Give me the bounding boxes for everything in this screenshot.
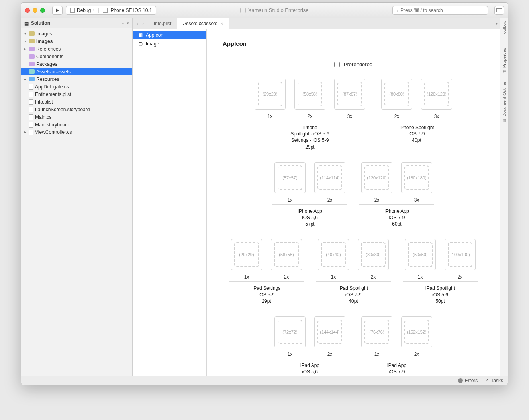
pane-close-icon[interactable]: × [126, 20, 129, 26]
icon-well[interactable]: (80x80) [358, 239, 389, 270]
status-errors[interactable]: Errors [458, 378, 478, 383]
group-title: iPad SpotlightiOS 7-940pt [339, 285, 368, 304]
icon-placeholder: (58x58) [298, 82, 322, 106]
icon-well[interactable]: (100x100) [445, 239, 476, 270]
tree-infoplist[interactable]: Info.plist [21, 98, 132, 106]
rail-document-outline[interactable]: ▥Document Outline [502, 82, 507, 124]
device-label: iPhone SE iOS 10.1 [110, 8, 152, 13]
prerendered-checkbox[interactable] [334, 62, 340, 67]
file-icon [29, 92, 33, 97]
icon-placeholder: (29x29) [258, 82, 282, 106]
icon-well[interactable]: (144x144) [314, 316, 345, 347]
prerendered-label: Prerendered [344, 61, 372, 67]
tree-appdelegate[interactable]: AppDelegate.cs [21, 83, 132, 90]
tree-packages[interactable]: Packages [21, 60, 132, 68]
icon-well[interactable]: (57x57) [274, 162, 306, 193]
close-tab-icon[interactable]: × [220, 21, 223, 26]
icon-well[interactable]: (152x152) [401, 316, 432, 347]
icon-well[interactable]: (80x80) [381, 79, 412, 110]
tree-resources[interactable]: ▸Resources [21, 75, 132, 83]
rail-properties[interactable]: ▤Properties [502, 48, 507, 75]
right-rail: TToolbox ▤Properties ▥Document Outline [500, 18, 508, 376]
icon-well[interactable]: (114x114) [314, 162, 345, 193]
icon-well[interactable]: (29x29) [255, 79, 286, 110]
tree-viewcontroller[interactable]: ▸ViewController.cs [21, 128, 132, 136]
icon-well[interactable]: (29x29) [231, 239, 262, 270]
zoom-window-icon[interactable] [40, 8, 45, 13]
icon-placeholder: (80x80) [361, 242, 386, 267]
run-configuration[interactable]: Debug› iPhone SE iOS 10.1 [66, 6, 156, 15]
icon-group: (80x80)2x(120x120)3xiPhone SpotlightiOS … [379, 79, 454, 150]
icon-well[interactable]: (58x58) [294, 79, 325, 110]
run-button[interactable] [52, 6, 63, 15]
group-title: iPad SpotlightiOS 5,650pt [425, 285, 455, 304]
app-title: Xamarin Studio Enterprise [159, 7, 389, 13]
scale-label: 1x [374, 351, 380, 357]
status-tasks[interactable]: ✓Tasks [485, 378, 503, 383]
solution-icon: ▤ [24, 20, 29, 26]
image-icon: ▢ [138, 41, 143, 47]
scale-label: 2x [414, 351, 419, 357]
icon-well[interactable]: (50x50) [405, 239, 436, 270]
asset-catalog-list: ▣AppIcon ▢Image [133, 29, 207, 376]
tree-references[interactable]: ▸References [21, 45, 132, 53]
global-search[interactable]: ⌕ [392, 6, 488, 15]
tree-solution-root[interactable]: ▾Images [21, 30, 132, 37]
icon-group: (29x29)1x(58x58)2x(87x87)3xiPhoneSpotlig… [253, 79, 367, 150]
tree-launchscreen[interactable]: LaunchScreen.storyboard [21, 106, 132, 113]
group-title: iPhone AppiOS 7-960pt [384, 208, 409, 228]
scale-label: 2x [458, 274, 463, 280]
icon-placeholder: (57x57) [278, 165, 302, 190]
tree-project[interactable]: ▾Images [21, 37, 132, 45]
scale-label: 1x [244, 274, 249, 280]
group-title: iPad SettingsiOS 5-929pt [253, 285, 281, 304]
icon-well[interactable]: (40x40) [318, 239, 349, 270]
asset-image[interactable]: ▢Image [133, 39, 206, 48]
appicon-icon: ▣ [138, 32, 143, 38]
nav-forward-button[interactable]: › [141, 20, 145, 26]
icon-placeholder: (144x144) [317, 320, 342, 344]
scale-label: 2x [374, 197, 380, 203]
minimize-window-icon[interactable] [33, 8, 37, 13]
icon-well[interactable]: (120x120) [421, 79, 452, 110]
tree-maincs[interactable]: Main.cs [21, 113, 132, 121]
check-icon: ✓ [485, 378, 489, 383]
icon-placeholder: (100x100) [448, 242, 472, 267]
tab-overflow-icon[interactable]: ▾ [496, 21, 498, 26]
toolbox-icon: T [502, 38, 507, 41]
scale-label: 2x [284, 274, 289, 280]
icon-well[interactable]: (58x58) [271, 239, 302, 270]
close-window-icon[interactable] [25, 8, 30, 13]
tree-mainstoryboard[interactable]: Main.storyboard [21, 121, 132, 128]
editor-tabstrip: ‹ › Info.plist Assets.xcassets× ▾ [133, 18, 500, 29]
icon-group: (40x40)1x(80x80)2xiPad SpotlightiOS 7-94… [316, 239, 391, 304]
group-title: iPad AppiOS 5,672pt [300, 362, 319, 376]
tab-info-plist[interactable]: Info.plist [148, 18, 178, 29]
panel-toggle-button[interactable] [494, 6, 504, 15]
scale-label: 2x [327, 197, 333, 203]
icon-well[interactable]: (120x120) [361, 162, 392, 193]
icon-well[interactable]: (72x72) [274, 316, 306, 347]
search-input[interactable] [400, 8, 485, 13]
icon-group: (72x72)1x(144x144)2xiPad AppiOS 5,672pt [272, 316, 347, 376]
scale-label: 1x [268, 114, 273, 119]
scale-label: 1x [288, 351, 293, 357]
icon-well[interactable]: (87x87) [334, 79, 365, 110]
window-controls [25, 8, 45, 13]
tree-components[interactable]: Components [21, 53, 132, 60]
file-icon [29, 107, 33, 112]
tree-assets-xcassets[interactable]: Assets.xcassets [21, 68, 132, 75]
icon-well[interactable]: (180x180) [401, 162, 432, 193]
scale-label: 3x [347, 114, 353, 119]
properties-icon: ▤ [502, 69, 507, 75]
config-label: Debug [77, 8, 91, 13]
nav-back-button[interactable]: ‹ [135, 20, 140, 26]
icon-well[interactable]: (76x76) [361, 316, 392, 347]
rail-toolbox[interactable]: TToolbox [502, 21, 507, 41]
tab-assets-xcassets[interactable]: Assets.xcassets× [177, 18, 229, 29]
asset-appicon[interactable]: ▣AppIcon [133, 31, 206, 39]
pane-options-icon[interactable]: ▫ [122, 20, 124, 26]
page-title: AppIcon [223, 40, 484, 47]
solution-tree: ▾Images ▾Images ▸References Components P… [21, 28, 132, 137]
tree-entitlements[interactable]: Entitlements.plist [21, 90, 132, 98]
